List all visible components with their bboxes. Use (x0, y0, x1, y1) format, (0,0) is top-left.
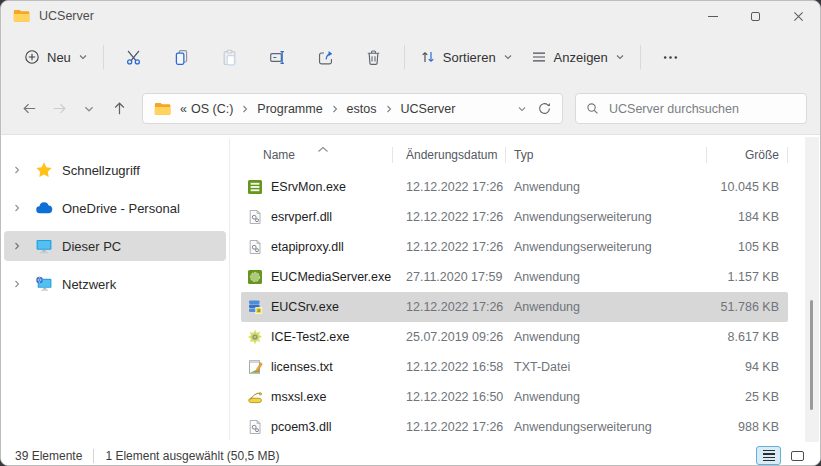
chevron-down-icon (503, 52, 513, 62)
file-row[interactable]: licenses.txt 12.12.2022 16:58 TXT-Datei … (241, 352, 788, 382)
list-lines-icon (531, 49, 547, 65)
folder-icon (13, 9, 30, 23)
cut-button[interactable] (110, 39, 158, 75)
sort-arrows-icon (420, 49, 436, 65)
column-header-size[interactable]: Größe (707, 142, 788, 168)
file-row[interactable]: EUCSrv.exe 12.12.2022 17:26 Anwendung 51… (241, 292, 788, 322)
breadcrumb-drive[interactable]: OS (C:) (189, 99, 235, 119)
file-modified-date: 12.12.2022 17:26 (393, 202, 506, 232)
address-bar-row: « OS (C:) Programme estos UCServer (1, 83, 820, 134)
chevron-down-icon (615, 52, 625, 62)
recent-locations-button[interactable] (74, 94, 104, 124)
divider (640, 45, 641, 69)
file-icon-notepad (247, 359, 263, 375)
file-row[interactable]: ICE-Test2.exe 25.07.2019 09:26 Anwendung… (241, 322, 788, 352)
search-box[interactable] (575, 93, 807, 124)
content-area: Schnellzugriff OneDrive - Personal Diese… (1, 134, 820, 444)
maximize-button[interactable] (734, 1, 777, 31)
file-type: Anwendung (506, 172, 707, 202)
file-type: Anwendung (506, 292, 707, 322)
file-row[interactable]: ESrvMon.exe 12.12.2022 17:26 Anwendung 1… (241, 172, 788, 202)
status-bar: 39 Elemente 1 Element ausgewählt (50,5 M… (1, 444, 820, 466)
breadcrumb-ucserver[interactable]: UCServer (399, 99, 458, 119)
this-pc-monitor-icon (35, 237, 53, 255)
scrollbar-thumb[interactable] (810, 300, 813, 410)
file-icon-server (247, 299, 263, 315)
breadcrumb-programme[interactable]: Programme (255, 99, 324, 119)
search-input[interactable] (609, 102, 797, 116)
file-type: Anwendungserweiterung (506, 232, 707, 262)
file-name: etapiproxy.dll (271, 240, 344, 254)
chevron-right-icon[interactable] (12, 203, 22, 213)
column-header-name[interactable]: Name (241, 142, 393, 168)
address-bar[interactable]: « OS (C:) Programme estos UCServer (142, 93, 563, 124)
refresh-button[interactable] (537, 101, 552, 116)
file-name: EUCSrv.exe (271, 300, 339, 314)
file-row[interactable]: esrvperf.dll 12.12.2022 17:26 Anwendungs… (241, 202, 788, 232)
file-name: EUCMediaServer.exe (271, 270, 391, 284)
new-button[interactable]: Neu (15, 42, 97, 72)
minimize-button[interactable] (691, 1, 734, 31)
vertical-scrollbar[interactable] (805, 137, 819, 442)
address-dropdown-chevron[interactable] (517, 104, 527, 114)
file-modified-date: 12.12.2022 16:58 (393, 352, 506, 382)
title-bar: UCServer (1, 1, 820, 31)
file-size: 988 KB (707, 412, 788, 442)
file-modified-date: 12.12.2022 17:26 (393, 172, 506, 202)
close-button[interactable] (777, 1, 820, 31)
chevron-right-icon[interactable] (12, 241, 22, 251)
details-view-icon (763, 450, 775, 462)
search-icon (585, 101, 600, 116)
share-button[interactable] (302, 39, 350, 75)
sort-button[interactable]: Sortieren (411, 42, 522, 72)
command-bar: Neu Sortieren Anzeigen (1, 31, 820, 83)
details-view-toggle[interactable] (756, 446, 781, 465)
sidebar-item-onedrive[interactable]: OneDrive - Personal (4, 193, 226, 223)
chevron-right-icon[interactable] (12, 279, 22, 289)
forward-button[interactable] (44, 94, 74, 124)
rename-button[interactable] (254, 39, 302, 75)
paste-button[interactable] (206, 39, 254, 75)
ellipsis-icon (662, 49, 679, 66)
divider (404, 45, 405, 69)
delete-button[interactable] (350, 39, 398, 75)
trash-icon (365, 49, 382, 66)
chevron-right-icon[interactable] (12, 165, 22, 175)
file-row[interactable]: pcoem3.dll 12.12.2022 17:26 Anwendungser… (241, 412, 788, 442)
view-button[interactable]: Anzeigen (522, 42, 634, 72)
window-title: UCServer (39, 9, 94, 23)
sidebar-item-schnellzugriff[interactable]: Schnellzugriff (4, 155, 226, 185)
copy-button[interactable] (158, 39, 206, 75)
sidebar-item-netzwerk[interactable]: Netzwerk (4, 269, 226, 299)
file-icon-dll (247, 419, 263, 435)
file-row[interactable]: EUCMediaServer.exe 27.11.2020 17:59 Anwe… (241, 262, 788, 292)
file-name: licenses.txt (271, 360, 333, 374)
up-button[interactable] (104, 94, 134, 124)
file-size: 184 KB (707, 202, 788, 232)
copy-icon (173, 49, 190, 66)
onedrive-cloud-icon (35, 199, 53, 217)
file-icon-dll (247, 209, 263, 225)
close-icon (793, 11, 804, 22)
file-type: Anwendung (506, 322, 707, 352)
star-icon (35, 161, 53, 179)
item-count: 39 Elemente (15, 449, 82, 463)
column-header-date[interactable]: Änderungsdatum (393, 142, 506, 168)
file-size: 10.045 KB (707, 172, 788, 202)
icons-view-toggle[interactable] (785, 446, 810, 465)
breadcrumb-overflow[interactable]: « (178, 99, 189, 119)
back-button[interactable] (14, 94, 44, 124)
sidebar-item-dieser-pc[interactable]: Dieser PC (4, 231, 226, 261)
file-name: ESrvMon.exe (271, 180, 346, 194)
column-header-type[interactable]: Typ (506, 142, 707, 168)
file-type: Anwendungserweiterung (506, 412, 707, 442)
file-row[interactable]: etapiproxy.dll 12.12.2022 17:26 Anwendun… (241, 232, 788, 262)
file-name: ICE-Test2.exe (271, 330, 350, 344)
file-icon-exe-lines (247, 179, 263, 195)
file-row[interactable]: msxsl.exe 12.12.2022 16:50 Anwendung 25 … (241, 382, 788, 412)
more-options-button[interactable] (647, 39, 695, 75)
icons-view-icon (791, 451, 804, 461)
file-rows: ESrvMon.exe 12.12.2022 17:26 Anwendung 1… (241, 172, 788, 442)
file-icon-scroll (247, 389, 263, 405)
breadcrumb-estos[interactable]: estos (345, 99, 379, 119)
